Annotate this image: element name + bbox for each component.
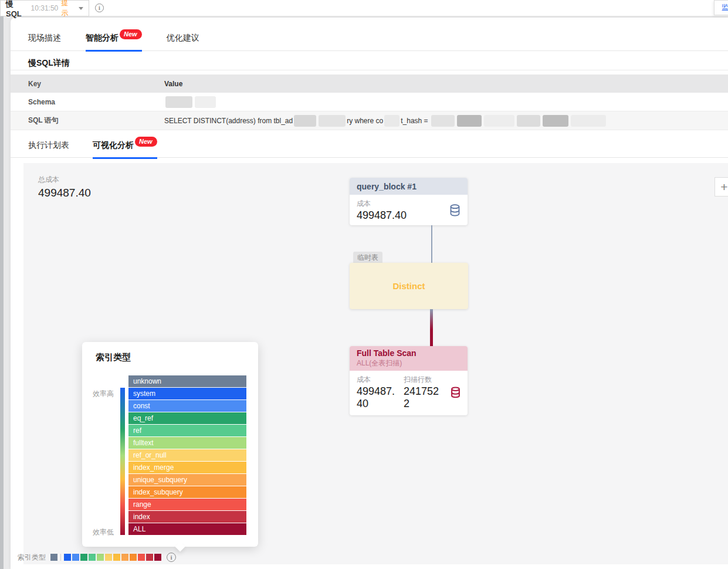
legend-title: 索引类型 bbox=[96, 352, 131, 363]
slow-sql-label: 慢SQL bbox=[6, 0, 28, 18]
edge-distinct-fullscan bbox=[430, 309, 433, 346]
sql-statement: SELECT DISTINCT(address) from tbl_adry w… bbox=[164, 115, 728, 127]
plan-tabs: 执行计划表可视化分析New bbox=[11, 138, 728, 158]
legend-bar-system: system bbox=[128, 388, 246, 399]
divider bbox=[11, 70, 728, 70]
schema-key: Schema bbox=[11, 98, 164, 106]
chevron-down-icon bbox=[79, 7, 83, 10]
redacted-value bbox=[195, 96, 216, 108]
redacted-value bbox=[517, 115, 540, 127]
sql-text-segment: t_hash = bbox=[401, 117, 430, 125]
legend-bar-const: const bbox=[128, 400, 246, 412]
total-cost-label: 总成本 bbox=[38, 175, 91, 185]
swatch-unique_subquery bbox=[121, 554, 128, 561]
swatch-range bbox=[138, 554, 145, 561]
redacted-value bbox=[165, 96, 192, 108]
swatch-fulltext bbox=[97, 554, 104, 561]
index-type-strip: 索引类型 i bbox=[18, 552, 176, 563]
temp-table-tag: 临时表 bbox=[353, 252, 382, 264]
swatch-all bbox=[154, 554, 161, 561]
monitor-button[interactable]: 监控 bbox=[714, 0, 728, 15]
redacted-value bbox=[543, 115, 568, 127]
analysis-panel: 现场描述智能分析New优化建议 慢SQL详情 Key Value Schema … bbox=[11, 18, 728, 569]
subtab-0[interactable]: 执行计划表 bbox=[28, 138, 69, 158]
node-query-block[interactable]: query_block #1 成本 499487.40 bbox=[350, 178, 468, 225]
total-cost-value: 499487.40 bbox=[38, 187, 91, 199]
legend-bars: unknownsystemconsteq_refreffulltextref_o… bbox=[128, 375, 246, 536]
legend-bar-eq_ref: eq_ref bbox=[128, 412, 246, 424]
swatch-index_merge bbox=[113, 554, 120, 561]
full-scan-subtitle: ALL(全表扫描) bbox=[357, 358, 460, 368]
table-header-row: Key Value bbox=[11, 74, 728, 93]
edge-queryblock-distinct bbox=[431, 225, 432, 264]
swatch-eq_ref bbox=[80, 554, 87, 561]
zoom-in-button[interactable]: + bbox=[715, 177, 728, 197]
legend-bar-range: range bbox=[128, 499, 246, 510]
database-icon bbox=[449, 204, 460, 216]
new-badge: New bbox=[120, 29, 142, 39]
node-distinct[interactable]: Distinct bbox=[350, 263, 468, 309]
rows-label: 扫描行数 bbox=[404, 375, 442, 385]
new-badge: New bbox=[135, 137, 157, 147]
legend-bar-ref: ref bbox=[128, 425, 246, 436]
tab-0[interactable]: 现场描述 bbox=[28, 31, 61, 51]
legend-bar-unique_subquery: unique_subquery bbox=[128, 474, 246, 486]
legend-bar-index_subquery: index_subquery bbox=[128, 486, 246, 498]
tab-label: 可视化分析 bbox=[93, 140, 134, 151]
redacted-value bbox=[484, 115, 514, 127]
key-column-header: Key bbox=[11, 80, 164, 88]
sql-text-segment: ry where co bbox=[347, 117, 383, 125]
swatch-index bbox=[146, 554, 153, 561]
top-toolbar: 慢SQL 10:31:50 提示 i 监控 bbox=[0, 0, 728, 16]
slow-sql-detail-table: Key Value Schema SQL 语句 SELECT DISTINCT(… bbox=[11, 74, 728, 130]
legend-bar-ref_or_null: ref_or_null bbox=[128, 449, 246, 461]
redacted-value bbox=[294, 115, 316, 127]
swatch-divider bbox=[60, 554, 61, 561]
total-cost: 总成本 499487.40 bbox=[38, 175, 91, 199]
legend-bar-index_merge: index_merge bbox=[128, 462, 246, 473]
tab-label: 智能分析 bbox=[86, 33, 118, 43]
slow-sql-hint: 提示 bbox=[61, 0, 75, 18]
info-icon[interactable]: i bbox=[95, 4, 104, 12]
tab-label: 现场描述 bbox=[28, 33, 61, 43]
schema-value-redacted bbox=[164, 96, 728, 108]
slow-sql-time: 10:31:50 bbox=[31, 4, 59, 12]
value-column-header: Value bbox=[164, 80, 728, 88]
node-full-table-scan[interactable]: Full Table Scan ALL(全表扫描) 成本 499487.40 扫… bbox=[350, 346, 468, 415]
legend-bar-index: index bbox=[128, 511, 246, 523]
tab-label: 优化建议 bbox=[167, 33, 199, 43]
tab-label: 执行计划表 bbox=[28, 140, 69, 151]
cost-label: 成本 bbox=[357, 199, 407, 209]
cost-value: 499487.40 bbox=[357, 209, 407, 222]
tab-1[interactable]: 智能分析New bbox=[86, 31, 142, 51]
window-edge bbox=[0, 16, 4, 569]
rows-value: 2417522 bbox=[404, 385, 442, 409]
section-title: 慢SQL详情 bbox=[28, 58, 70, 69]
database-icon-red bbox=[451, 387, 460, 398]
sql-text-segment: SELECT DISTINCT(address) from tbl_ad bbox=[164, 117, 293, 125]
redacted-value bbox=[571, 115, 606, 127]
table-row-schema: Schema bbox=[11, 93, 728, 111]
legend-bar-all: ALL bbox=[128, 523, 246, 535]
legend-info-icon[interactable]: i bbox=[167, 553, 176, 562]
redacted-value bbox=[384, 115, 399, 127]
swatch-ref_or_null bbox=[105, 554, 112, 561]
legend-bar-unknown: unknown bbox=[128, 375, 246, 387]
strip-label: 索引类型 bbox=[18, 553, 46, 563]
efficiency-gradient-bar bbox=[120, 388, 125, 535]
strip-swatches bbox=[50, 554, 161, 561]
efficiency-high-label: 效率高 bbox=[93, 389, 114, 399]
swatch-const bbox=[72, 554, 79, 561]
swatch-index_subquery bbox=[130, 554, 137, 561]
legend-bar-fulltext: fulltext bbox=[128, 437, 246, 449]
redacted-value bbox=[431, 115, 455, 127]
sql-key: SQL 语句 bbox=[11, 116, 164, 126]
node-distinct-title: Distinct bbox=[392, 281, 425, 291]
subtab-1[interactable]: 可视化分析New bbox=[93, 138, 157, 158]
efficiency-low-label: 效率低 bbox=[93, 527, 114, 537]
node-query-block-title: query_block #1 bbox=[350, 178, 468, 195]
tab-2[interactable]: 优化建议 bbox=[167, 31, 199, 51]
cost-label: 成本 bbox=[357, 375, 395, 385]
redacted-value bbox=[319, 115, 346, 127]
slow-sql-selector[interactable]: 慢SQL 10:31:50 提示 bbox=[0, 0, 89, 16]
